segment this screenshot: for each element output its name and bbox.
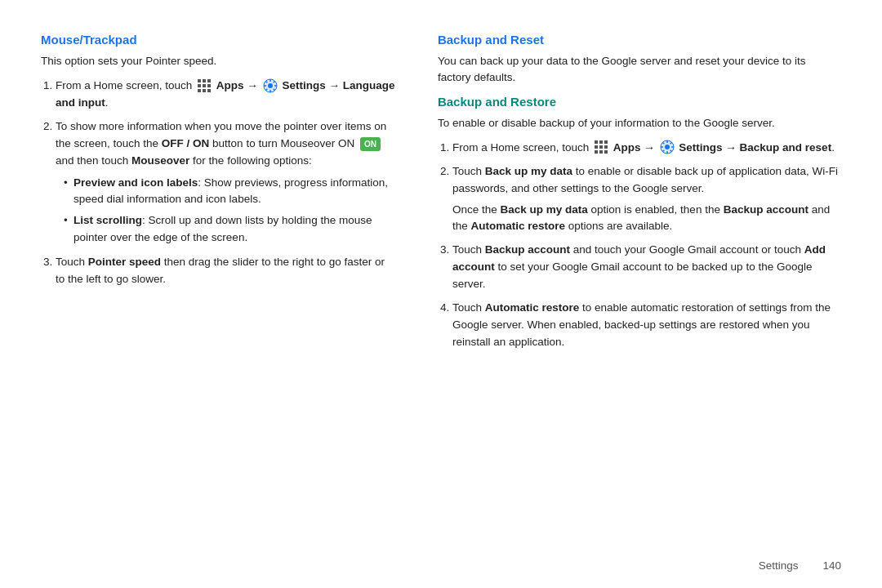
left-column: Mouse/Trackpad This option sets your Poi… <box>41 33 421 564</box>
right-column: Backup and Reset You can back up your da… <box>421 33 841 564</box>
svg-rect-14 <box>604 140 608 144</box>
svg-rect-3 <box>198 84 201 87</box>
apps-label-left: Apps <box>216 79 247 91</box>
svg-rect-16 <box>599 145 603 149</box>
settings-label-right: Settings → Backup and reset <box>679 141 831 154</box>
footer-page: 140 <box>822 559 841 572</box>
right-subheading: Backup and Restore <box>438 95 841 109</box>
svg-rect-2 <box>207 79 211 82</box>
svg-rect-12 <box>595 140 598 144</box>
bullet-item-1: Preview and icon labels: Show previews, … <box>64 175 397 208</box>
svg-rect-7 <box>203 89 206 92</box>
apps-label-right: Apps <box>613 141 644 154</box>
svg-rect-20 <box>604 150 608 154</box>
left-heading: Mouse/Trackpad <box>41 33 397 47</box>
bullet-item-2: List scrolling: Scroll up and down lists… <box>64 212 397 246</box>
footer: Settings 140 <box>759 559 841 572</box>
bullet-list: Preview and icon labels: Show previews, … <box>64 175 397 246</box>
right-list-item-3: Touch Backup account and touch your Goog… <box>452 242 841 293</box>
svg-point-23 <box>665 145 670 149</box>
svg-rect-4 <box>203 84 206 87</box>
settings-icon-right <box>660 140 675 154</box>
svg-rect-0 <box>198 79 201 82</box>
left-list-item-3: Touch Pointer speed then drag the slider… <box>56 254 397 288</box>
svg-rect-8 <box>207 89 211 92</box>
svg-rect-18 <box>595 150 598 154</box>
left-item1-text: From a Home screen, touch <box>56 79 195 91</box>
right-list-item-1: From a Home screen, touch Apps <box>452 140 841 157</box>
settings-icon-left <box>263 78 278 93</box>
svg-point-11 <box>268 83 273 88</box>
right-numbered-list: From a Home screen, touch Apps <box>452 140 841 351</box>
right-heading: Backup and Reset <box>438 33 841 47</box>
right-list-item-4: Touch Automatic restore to enable automa… <box>452 300 841 351</box>
svg-rect-5 <box>207 84 211 87</box>
right-subintro: To enable or disable backup of your info… <box>438 115 841 131</box>
left-intro: This option sets your Pointer speed. <box>41 53 397 69</box>
svg-rect-19 <box>599 150 603 154</box>
left-numbered-list: From a Home screen, touch Apps <box>56 78 397 287</box>
on-badge: ON <box>360 137 381 152</box>
left-list-item-2: To show more information when you move t… <box>56 118 397 246</box>
apps-icon <box>197 78 212 93</box>
svg-rect-15 <box>595 145 598 149</box>
svg-rect-17 <box>604 145 608 149</box>
right-intro: You can back up your data to the Google … <box>438 53 841 87</box>
apps-icon-right <box>594 140 608 154</box>
svg-rect-6 <box>198 89 201 92</box>
right-list-item-2: Touch Back up my data to enable or disab… <box>452 163 841 236</box>
footer-label: Settings <box>759 559 799 572</box>
left-list-item-1: From a Home screen, touch Apps <box>56 78 397 112</box>
svg-rect-13 <box>599 140 603 144</box>
svg-rect-1 <box>203 79 206 82</box>
